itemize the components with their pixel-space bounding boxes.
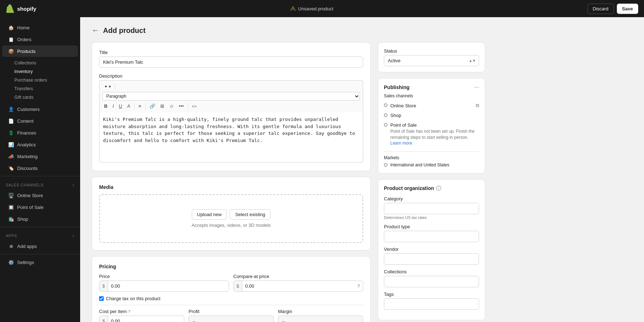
compare-input[interactable] <box>242 281 355 291</box>
cost-input-wrap: $ <box>99 316 184 322</box>
toolbar-italic-btn[interactable]: I <box>111 102 116 110</box>
charge-tax-checkbox[interactable] <box>99 296 104 301</box>
sidebar-item-point-of-sale[interactable]: 🔲 Point of Sale <box>2 201 78 213</box>
sidebar-item-settings[interactable]: ⚙️ Settings <box>2 257 78 268</box>
apps-expand-icon[interactable]: › <box>73 233 74 239</box>
toolbar-sep-4 <box>188 103 188 109</box>
charge-tax-label[interactable]: Charge tax on this product <box>106 296 160 301</box>
topbar-actions: Discard Save <box>587 4 638 14</box>
cost-input[interactable] <box>108 316 184 322</box>
markets-status-dot <box>384 163 387 167</box>
left-column: Title Description ✦ ▾ Paragraph B I U <box>92 42 371 322</box>
category-field: Category Determines US tax rates <box>384 196 479 220</box>
back-button[interactable]: ← <box>92 26 99 35</box>
marketing-icon: 📣 <box>8 153 14 160</box>
toolbar-table-btn[interactable]: ⊞ <box>158 102 166 110</box>
online-store-label: Online Store <box>390 103 416 108</box>
pos-icon: 🔲 <box>8 204 14 210</box>
media-upload-area: Upload new Select existing Accepts image… <box>99 194 363 243</box>
vendor-input[interactable] <box>384 253 479 265</box>
margin-label: Margin <box>278 309 363 314</box>
margin-field: Margin <box>278 309 363 322</box>
sidebar-item-finances[interactable]: 💲 Finances <box>2 127 78 138</box>
shop-status-dot <box>384 113 387 117</box>
publishing-card: Publishing ··· Sales channels Online Sto… <box>378 78 485 174</box>
pricing-card: Pricing Price $ Compare-at price <box>92 256 371 322</box>
sidebar-item-analytics[interactable]: 📊 Analytics <box>2 139 78 150</box>
sidebar-sub-collections[interactable]: Collections <box>14 59 80 67</box>
markets-label: Markets <box>384 155 479 160</box>
collections-label: Collections <box>384 269 479 274</box>
price-input[interactable] <box>108 281 229 291</box>
discard-button[interactable]: Discard <box>587 4 614 14</box>
title-input[interactable] <box>99 57 363 68</box>
sidebar-label-shop: Shop <box>17 216 28 222</box>
sidebar-item-customers[interactable]: 👤 Customers <box>2 103 78 115</box>
discounts-icon: 🏷️ <box>8 165 14 171</box>
sidebar-sub-purchase-orders[interactable]: Purchase orders <box>14 76 80 84</box>
toolbar-more-btn[interactable]: ••• <box>177 102 186 110</box>
status-select[interactable]: Active Draft Archived <box>384 55 466 66</box>
sidebar-item-shop[interactable]: 🛍️ Shop <box>2 213 78 225</box>
toolbar-ai-btn[interactable]: ✦ ▾ <box>102 83 113 91</box>
shop-label: Shop <box>390 113 401 118</box>
prod-org-info-icon[interactable]: i <box>436 186 441 191</box>
publishing-pos: Point of Sale Point of Sale has not been… <box>384 120 479 148</box>
status-select-wrap: Active Draft Archived ▲▼ <box>384 55 479 66</box>
toolbar-underline-btn[interactable]: U <box>117 102 124 110</box>
sales-channels-section: Sales channels › <box>0 179 80 189</box>
shop-content: Shop <box>390 113 479 118</box>
compare-input-wrap: $ ? <box>233 280 363 292</box>
sidebar-item-add-apps[interactable]: ⊕ Add apps <box>2 240 78 252</box>
content-icon: 📄 <box>8 118 14 124</box>
margin-input <box>278 316 363 322</box>
toolbar-color-btn[interactable]: A <box>125 102 132 110</box>
sidebar-sub-inventory[interactable]: Inventory <box>14 67 80 76</box>
tags-field: Tags <box>384 292 479 310</box>
product-type-input[interactable] <box>384 231 479 242</box>
sidebar-item-products[interactable]: 📦 Products <box>2 45 78 57</box>
right-column: Status Active Draft Archived ▲▼ Publishi… <box>378 42 485 322</box>
sidebar-sub-gift-cards[interactable]: Gift cards <box>14 93 80 102</box>
sales-channels-label: Sales channels <box>384 93 479 98</box>
vendor-label: Vendor <box>384 247 479 252</box>
toolbar-link-btn[interactable]: 🔗 <box>148 102 157 110</box>
publishing-more-button[interactable]: ··· <box>474 84 479 91</box>
cost-prefix: $ <box>99 316 108 322</box>
toolbar-emoji-btn[interactable]: ☺ <box>167 102 176 110</box>
sidebar-label-online-store: Online Store <box>17 193 43 198</box>
prod-org-title: Product organization <box>384 185 434 191</box>
toolbar-bold-btn[interactable]: B <box>102 102 109 110</box>
sidebar-item-online-store[interactable]: 🖥️ Online Store <box>2 190 78 201</box>
media-accepts-text: Accepts images, videos, or 3D models <box>107 223 355 228</box>
description-textarea[interactable]: Kiki's Premium Talc is a high-quality, f… <box>99 112 363 162</box>
online-store-external-icon[interactable]: ⧉ <box>476 103 479 108</box>
logo: shopify <box>6 4 36 13</box>
sidebar-item-discounts[interactable]: 🏷️ Discounts <box>2 162 78 174</box>
toolbar-align-btn[interactable]: ≡ <box>137 102 143 110</box>
pos-learn-more-link[interactable]: Learn more <box>390 141 479 146</box>
category-input[interactable] <box>384 203 479 214</box>
upload-new-button[interactable]: Upload new <box>192 209 227 220</box>
expand-icon[interactable]: › <box>73 182 74 188</box>
paragraph-select[interactable]: Paragraph <box>102 92 360 101</box>
tags-input[interactable] <box>384 298 479 310</box>
description-toolbar: ✦ ▾ Paragraph B I U A ≡ 🔗 ⊞ <box>99 80 363 112</box>
sidebar-item-marketing[interactable]: 📣 Marketing <box>2 151 78 162</box>
collections-input[interactable] <box>384 276 479 287</box>
save-button[interactable]: Save <box>617 4 638 14</box>
sidebar-label-analytics: Analytics <box>17 142 36 147</box>
main-content: ← Add product Title Description ✦ ▾ <box>80 17 644 322</box>
sidebar-sub-transfers[interactable]: Transfers <box>14 84 80 93</box>
publishing-online-store: Online Store ⧉ <box>384 101 479 111</box>
sidebar-item-home[interactable]: 🏠 Home <box>2 22 78 33</box>
toolbar-code-btn[interactable]: <> <box>190 103 199 110</box>
select-existing-button[interactable]: Select existing <box>230 209 270 220</box>
sidebar-item-orders[interactable]: 📋 Orders <box>2 34 78 45</box>
sidebar-item-content[interactable]: 📄 Content <box>2 115 78 127</box>
page-title: Add product <box>103 26 146 35</box>
collections-field: Collections <box>384 269 479 287</box>
price-input-wrap: $ <box>99 280 229 292</box>
products-submenu: Collections Inventory Purchase orders Tr… <box>0 57 80 103</box>
prod-org-header: Product organization i <box>384 185 479 191</box>
